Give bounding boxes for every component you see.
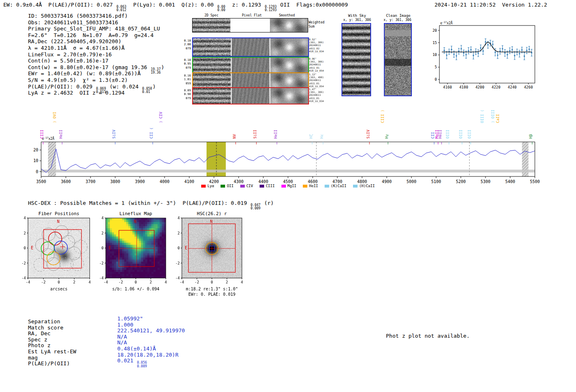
- spec2d-image: [193, 38, 231, 56]
- errorbar-point: [473, 52, 474, 59]
- svg-text:0: 0: [36, 169, 38, 174]
- svg-text:-2: -2: [21, 261, 26, 265]
- spec2d-row: [192, 87, 309, 104]
- fiber-circle: [34, 258, 47, 271]
- svg-text:0: 0: [435, 77, 437, 81]
- legend-swatch: [325, 185, 329, 188]
- svg-text:-4: -4: [26, 280, 30, 284]
- spec2d-row: [192, 57, 309, 74]
- svg-text:3700: 3700: [86, 179, 95, 184]
- header-summary-line: EW: 0.9±0.4Å P(LAE)/P(OII): 0.027 0.0630…: [3, 2, 348, 12]
- svg-text:5100: 5100: [431, 179, 441, 184]
- legend-item: CIV: [240, 184, 253, 188]
- svg-text:-4: -4: [21, 276, 26, 280]
- emission-line-label: HeII: [438, 130, 442, 139]
- photz-note: Phot z plot not available.: [386, 333, 470, 339]
- emission-line-label: SiIV: [366, 130, 370, 139]
- lineflux-map-title: Lineflux Map: [106, 211, 166, 216]
- match-table-value: 1.000: [117, 322, 185, 328]
- svg-text:N: N: [210, 219, 213, 224]
- hsc-cutout-xlabel2: EWr: 0. PLAE: 0.019: [182, 292, 242, 297]
- emission-line-label: CaII: [496, 114, 500, 123]
- lineflux-map-xlabel: s/b: 1.06 +/- 0.094: [106, 287, 166, 291]
- legend-swatch: [260, 185, 264, 188]
- clean-image: [385, 24, 411, 95]
- spec2d-row: [192, 18, 308, 32]
- svg-text:N: N: [57, 219, 59, 224]
- emission-line-label: OIII: [459, 130, 463, 139]
- info-line: Cont(w) = 8.80(±0.02)e-17 (gmag 19.36 19…: [28, 64, 164, 71]
- spec2d-row-weights: 0.180.95079: [183, 58, 191, 70]
- withsky-image: [342, 24, 370, 95]
- svg-text:4: 4: [241, 280, 243, 284]
- svg-text:5300: 5300: [481, 179, 490, 184]
- pixelflat-image: [232, 73, 269, 88]
- match-table-label: Separation: [28, 319, 76, 325]
- header-timestamp-version: 2024-10-21 11:20:52 Version 1.22.2: [434, 2, 547, 8]
- errorbar-point: [463, 50, 465, 56]
- svg-text:20: 20: [432, 28, 437, 32]
- svg-text:2: 2: [73, 280, 75, 284]
- target-info-block: ID: 5003373416 (5003373416.pdf)Obs: 2024…: [28, 13, 164, 96]
- fiber-positions-title: Fiber Positions: [28, 211, 90, 216]
- svg-text:4: 4: [165, 280, 167, 284]
- svg-text:-2: -2: [195, 280, 199, 284]
- svg-text:4200: 4200: [475, 85, 484, 89]
- svg-text:3500: 3500: [36, 179, 46, 184]
- spec2d-row-weights: 0.090.90079: [183, 89, 191, 100]
- svg-text:-2: -2: [118, 280, 123, 284]
- match-table-values: 1.05992"1.000222.540121, 49.919970N/AN/A…: [117, 316, 185, 364]
- svg-text:4600: 4600: [308, 179, 318, 184]
- pixelflat-image: [232, 38, 269, 56]
- smoothed-image: [270, 58, 308, 73]
- svg-text:5500: 5500: [530, 179, 540, 184]
- errorbar-point: [514, 52, 516, 60]
- emission-line-label: Hε: [320, 134, 324, 139]
- hsc-cutout-xlabel: m:18.2 re:1.3" s:1.0": [182, 287, 242, 291]
- fiber-positions-xlabel: arcsecs: [28, 287, 90, 291]
- svg-text:E: E: [31, 246, 33, 250]
- spec2d-row-weights: 0.182.00079: [183, 39, 191, 51]
- spec2d-image: [193, 88, 231, 104]
- weighted-sum-label: Weighted Sum: [309, 21, 327, 29]
- emission-line-label: CII: [431, 132, 435, 139]
- hsc-cutout-title: HSC(26.2) r: [182, 211, 242, 216]
- emission-line-label: OIII: [446, 130, 450, 139]
- svg-text:4200: 4200: [209, 179, 219, 184]
- svg-text:2: 2: [178, 231, 180, 235]
- svg-text:-4: -4: [175, 276, 180, 280]
- errorbar-point: [531, 49, 532, 56]
- match-table-value: 0.021 0.0560.009: [117, 358, 185, 364]
- svg-text:-2: -2: [99, 261, 104, 265]
- svg-text:-4: -4: [99, 276, 104, 280]
- spec2d-image: [193, 19, 230, 32]
- svg-text:4240: 4240: [508, 85, 517, 89]
- svg-text:-2: -2: [41, 280, 46, 284]
- errorbar-point: [468, 48, 469, 54]
- smoothed-image: [270, 38, 308, 56]
- match-table-value: 1.05992": [117, 316, 185, 322]
- match-table-label: RA, Dec: [28, 331, 76, 337]
- info-line: EWr = 1.40(±0.42) (w: 0.89(±0.26))Å: [28, 70, 164, 77]
- spec2d-blank-panel: [231, 19, 269, 32]
- svg-text:2: 2: [24, 231, 26, 235]
- emission-line-label: ) OIII: [491, 109, 495, 123]
- svg-text:4260: 4260: [524, 85, 533, 89]
- match-table-value: N/A: [117, 334, 185, 340]
- svg-text:4: 4: [178, 216, 180, 220]
- clean-coords: x, y: 361, 306: [383, 18, 412, 22]
- emission-line-label: CIII: [40, 130, 44, 139]
- errorbar-point: [446, 51, 448, 59]
- svg-text:E: E: [185, 246, 187, 250]
- info-line: S/N = 4.9(±0.5) χ² = 1.3(±0.2): [28, 77, 164, 84]
- emission-line-label: SiIV: [112, 130, 116, 139]
- info-line: P(LAE)/P(OII): 0.029 0.0690.015 (w: 0.02…: [28, 84, 164, 90]
- emission-line-label: NV: [232, 134, 237, 139]
- withsky-coords: x, y: 361, 306: [342, 18, 372, 22]
- info-line: F=2.6" T=0.126 N=1.07 A=0.79 g=24.4: [28, 32, 164, 39]
- legend-swatch: [281, 185, 286, 188]
- emission-line-label: Hζ: [309, 134, 313, 139]
- svg-text:0: 0: [135, 280, 137, 284]
- errorbar-point: [526, 47, 527, 53]
- match-table-labels: SeparationMatch scoreRA, DecSpec zPhoto …: [28, 319, 76, 367]
